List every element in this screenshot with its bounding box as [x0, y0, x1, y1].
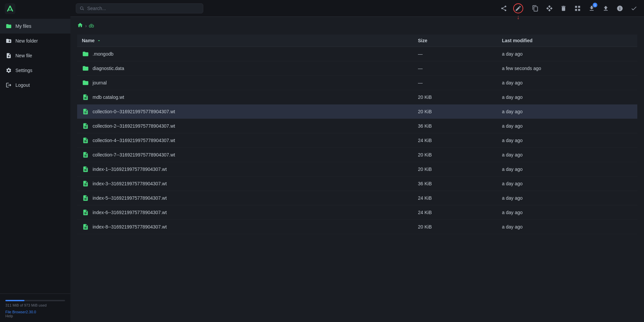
file-icon	[82, 209, 89, 216]
file-name: index-1--3169219975778904307.wt	[93, 167, 167, 172]
col-header-size: Size	[413, 35, 497, 47]
table-row[interactable]: collection-4--3169219975778904307.wt 24 …	[77, 133, 637, 148]
search-input[interactable]	[87, 6, 200, 11]
file-icon	[82, 93, 89, 101]
file-name: collection-2--3169219975778904307.wt	[93, 123, 175, 129]
table-row[interactable]: collection-7--3169219975778904307.wt 20 …	[77, 148, 637, 162]
info-button[interactable]	[615, 4, 625, 13]
file-modified: a day ago	[497, 90, 638, 105]
file-name: collection-4--3169219975778904307.wt	[93, 138, 175, 143]
storage-bar-track	[5, 300, 65, 301]
sidebar-nav: My files New folder New file Settings	[0, 17, 70, 294]
file-name: index-3--3169219975778904307.wt	[93, 181, 167, 186]
sidebar-item-my-files[interactable]: My files	[0, 19, 70, 34]
table-row[interactable]: index-3--3169219975778904307.wt 36 KiB a…	[77, 177, 637, 191]
file-size: 24 KiB	[413, 205, 497, 220]
table-row[interactable]: index-1--3169219975778904307.wt 20 KiB a…	[77, 162, 637, 177]
app-logo	[5, 3, 15, 14]
logo-area	[0, 0, 70, 17]
table-row[interactable]: .mongodb — a day ago	[77, 47, 637, 61]
file-modified: a few seconds ago	[497, 61, 638, 76]
file-modified: a day ago	[497, 205, 638, 220]
file-name: collection-0--3169219975778904307.wt	[93, 109, 175, 114]
file-icon	[82, 180, 89, 187]
download-badge: 1	[593, 3, 597, 7]
file-size: 20 KiB	[413, 162, 497, 177]
version-label[interactable]: File Browser2.30.0	[5, 310, 65, 314]
file-size: 24 KiB	[413, 133, 497, 148]
move-button[interactable]	[545, 4, 554, 13]
upload-button[interactable]	[601, 4, 610, 13]
file-name-cell: index-5--3169219975778904307.wt	[82, 194, 409, 202]
col-header-name[interactable]: Name	[77, 35, 413, 47]
rename-button[interactable]: ↓	[513, 3, 523, 13]
folder-icon	[82, 79, 89, 86]
help-label[interactable]: Help	[5, 314, 65, 318]
download-button[interactable]: 1	[587, 4, 596, 13]
file-icon	[82, 108, 89, 115]
copy-button[interactable]	[531, 4, 540, 13]
move-icon	[546, 5, 553, 12]
file-name: diagnostic.data	[93, 66, 124, 71]
file-size: 20 KiB	[413, 220, 497, 234]
table-row[interactable]: mdb catalog.wt 20 KiB a day ago	[77, 90, 637, 105]
sidebar-label-my-files: My files	[15, 23, 31, 29]
table-row[interactable]: diagnostic.data — a few seconds ago	[77, 61, 637, 76]
breadcrumb-home[interactable]	[77, 22, 83, 29]
file-modified: a day ago	[497, 119, 638, 133]
sidebar-item-new-folder[interactable]: New folder	[0, 34, 70, 48]
share-button[interactable]	[499, 4, 508, 13]
file-name-cell: collection-4--3169219975778904307.wt	[82, 137, 409, 144]
file-name-cell: collection-2--3169219975778904307.wt	[82, 122, 409, 130]
file-name: collection-7--3169219975778904307.wt	[93, 152, 175, 157]
info-icon	[616, 5, 623, 12]
folder-icon	[5, 23, 12, 29]
file-size: —	[413, 47, 497, 61]
breadcrumb-current[interactable]: db	[89, 23, 94, 28]
sidebar-item-settings[interactable]: Settings	[0, 63, 70, 78]
file-icon	[82, 194, 89, 202]
svg-rect-0	[5, 3, 15, 14]
delete-button[interactable]	[559, 4, 568, 13]
settings-icon	[5, 67, 12, 74]
table-row[interactable]: collection-0--3169219975778904307.wt 20 …	[77, 105, 637, 119]
share-icon	[500, 5, 507, 12]
sidebar-label-settings: Settings	[15, 68, 33, 73]
search-wrap	[76, 3, 203, 13]
table-row[interactable]: index-8--3169219975778904307.wt 20 KiB a…	[77, 220, 637, 234]
file-modified: a day ago	[497, 191, 638, 205]
file-modified: a day ago	[497, 133, 638, 148]
table-row[interactable]: journal — a day ago	[77, 76, 637, 90]
file-icon	[82, 122, 89, 130]
file-icon	[82, 223, 89, 231]
search-container[interactable]	[76, 3, 203, 13]
check-button[interactable]	[629, 4, 639, 13]
folder-icon	[82, 50, 89, 58]
breadcrumb: › db	[77, 22, 637, 29]
main-area: ↓ 1	[70, 0, 644, 322]
sidebar-label-logout: Logout	[15, 82, 30, 88]
file-size: 36 KiB	[413, 119, 497, 133]
file-name: index-8--3169219975778904307.wt	[93, 224, 167, 230]
sidebar-item-new-file[interactable]: New file	[0, 48, 70, 63]
new-folder-icon	[5, 38, 12, 44]
grid-view-button[interactable]	[573, 4, 582, 13]
file-icon	[82, 137, 89, 144]
table-row[interactable]: index-5--3169219975778904307.wt 24 KiB a…	[77, 191, 637, 205]
file-name: index-6--3169219975778904307.wt	[93, 210, 167, 215]
file-name: index-5--3169219975778904307.wt	[93, 195, 167, 201]
table-header: Name Size Last modified	[77, 35, 637, 47]
folder-icon	[82, 65, 89, 72]
col-header-modified: Last modified	[497, 35, 638, 47]
file-name-cell: index-8--3169219975778904307.wt	[82, 223, 409, 231]
file-size: —	[413, 61, 497, 76]
breadcrumb-separator: ›	[85, 23, 87, 28]
file-name-cell: journal	[82, 79, 409, 86]
table-row[interactable]: index-6--3169219975778904307.wt 24 KiB a…	[77, 205, 637, 220]
table-row[interactable]: collection-2--3169219975778904307.wt 36 …	[77, 119, 637, 133]
storage-label: 311 MiB of 973 MiB used	[5, 303, 65, 307]
file-name-cell: mdb catalog.wt	[82, 93, 409, 101]
sidebar-item-logout[interactable]: Logout	[0, 78, 70, 92]
file-size: 20 KiB	[413, 105, 497, 119]
file-name-cell: collection-7--3169219975778904307.wt	[82, 151, 409, 158]
